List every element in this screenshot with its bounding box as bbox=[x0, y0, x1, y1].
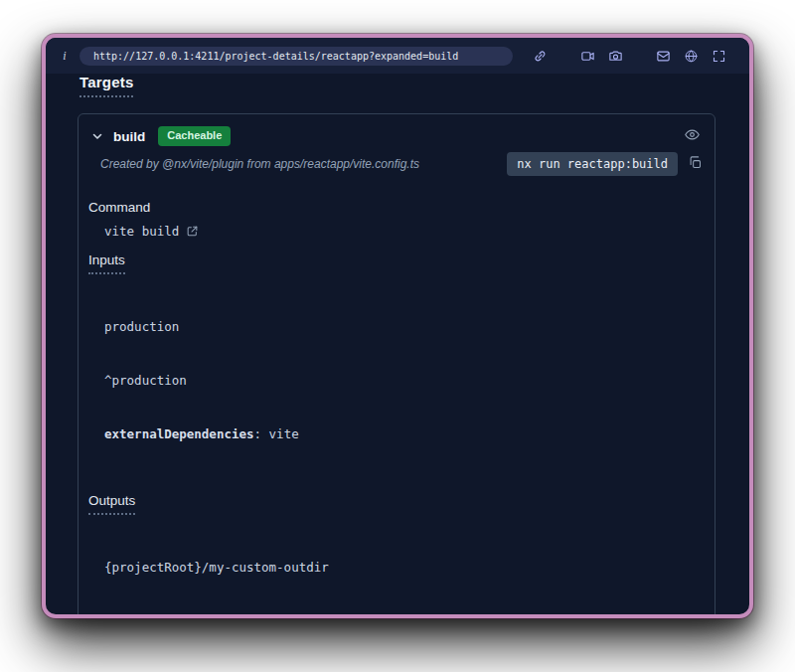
globe-icon[interactable] bbox=[684, 49, 699, 64]
view-target-button[interactable] bbox=[682, 124, 703, 148]
inputs-list: production ^production externalDependenc… bbox=[104, 282, 705, 479]
target-details: Command vite build Inputs production bbox=[79, 186, 715, 614]
app-window: i http://127.0.0.1:4211/project-details/… bbox=[42, 34, 753, 618]
target-card-build: build Cacheable Created by @nx/vite/plug… bbox=[78, 113, 716, 614]
browser-toolbar: i http://127.0.0.1:4211/project-details/… bbox=[46, 38, 749, 74]
link-icon[interactable] bbox=[533, 49, 548, 64]
expand-icon[interactable] bbox=[712, 49, 726, 64]
inputs-section: Inputs production ^production externalDe… bbox=[88, 251, 705, 479]
target-meta-row: Created by @nx/vite/plugin from apps/rea… bbox=[79, 150, 715, 186]
run-command-chip: nx run reactapp:build bbox=[507, 152, 678, 176]
url-bar[interactable]: http://127.0.0.1:4211/project-details/re… bbox=[80, 47, 513, 66]
section-label-outputs: Outputs bbox=[88, 493, 135, 515]
section-label-command: Command bbox=[88, 200, 150, 215]
command-value: vite build bbox=[104, 224, 179, 239]
cacheable-badge: Cacheable bbox=[158, 126, 231, 145]
record-icon[interactable] bbox=[580, 49, 595, 64]
command-section: Command vite build bbox=[88, 198, 705, 239]
copy-icon bbox=[688, 155, 703, 173]
input-external-deps: externalDependencies: vite bbox=[104, 425, 705, 443]
external-deps-sep: : bbox=[254, 426, 269, 441]
info-icon[interactable]: i bbox=[60, 49, 70, 64]
command-value-line: vite build bbox=[104, 224, 705, 239]
target-header-build[interactable]: build Cacheable bbox=[79, 114, 715, 150]
output-item: {projectRoot}/my-custom-outdir bbox=[104, 559, 705, 577]
external-link-icon[interactable] bbox=[186, 225, 199, 238]
browser-viewport: i http://127.0.0.1:4211/project-details/… bbox=[46, 38, 749, 614]
input-item: ^production bbox=[104, 372, 705, 390]
mail-icon[interactable] bbox=[656, 49, 671, 64]
input-item: production bbox=[104, 318, 705, 336]
outputs-list: {projectRoot}/my-custom-outdir bbox=[104, 523, 705, 612]
chevron-down-icon[interactable] bbox=[90, 129, 104, 143]
section-label-inputs: Inputs bbox=[88, 252, 125, 274]
copy-button[interactable] bbox=[686, 153, 705, 175]
targets-heading: Targets bbox=[80, 74, 133, 97]
created-by-text: Created by @nx/vite/plugin from apps/rea… bbox=[100, 157, 499, 171]
outputs-section: Outputs {projectRoot}/my-custom-outdir bbox=[88, 491, 705, 612]
external-deps-value: vite bbox=[269, 426, 299, 441]
eye-icon bbox=[684, 126, 701, 146]
camera-icon[interactable] bbox=[608, 49, 623, 64]
project-details-content: Targets build Cacheable bbox=[46, 74, 749, 614]
external-deps-key: externalDependencies bbox=[104, 426, 254, 441]
toolbar-icons bbox=[533, 49, 749, 64]
target-name[interactable]: build bbox=[113, 129, 145, 144]
